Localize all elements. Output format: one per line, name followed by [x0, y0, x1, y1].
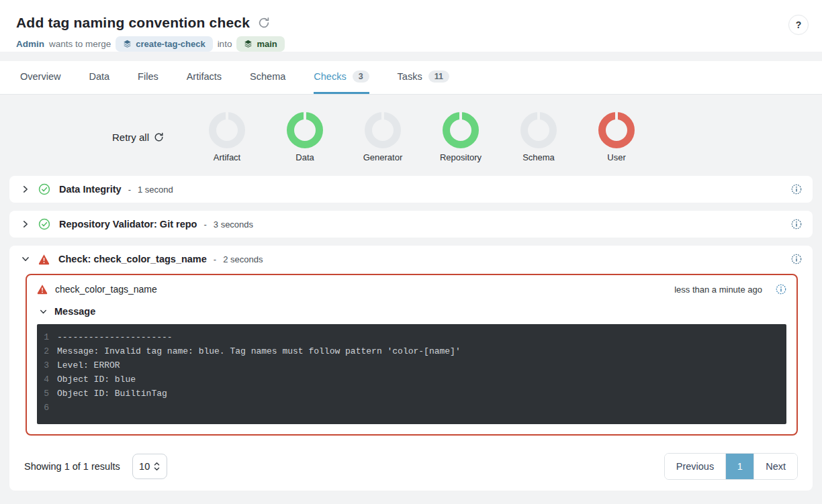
tab-count-badge: 11	[428, 70, 449, 83]
log-line: 2 Message: Invalid tag name: blue. Tag n…	[37, 344, 786, 358]
gauge-user[interactable]: User	[578, 112, 655, 162]
refresh-icon[interactable]	[258, 17, 270, 29]
check-duration: 1 second	[138, 185, 173, 195]
merge-action-text: wants to merge	[49, 39, 111, 49]
page-header: Add tag naming convention check ? Admin …	[0, 0, 822, 52]
tab-schema[interactable]: Schema	[250, 61, 285, 94]
info-icon[interactable]	[791, 184, 802, 195]
tab-artifacts[interactable]: Artifacts	[187, 61, 222, 94]
gauge-label: Repository	[440, 152, 482, 162]
line-number: 1	[37, 330, 57, 344]
check-duration: 2 seconds	[223, 254, 263, 264]
line-number: 3	[37, 358, 57, 372]
line-text: Message: Invalid tag name: blue. Tag nam…	[57, 344, 461, 358]
target-branch-badge[interactable]: main	[236, 36, 284, 52]
gauge-repository[interactable]: Repository	[422, 112, 500, 162]
failed-check-timestamp: less than a minute ago	[674, 285, 762, 295]
tab-label: Files	[138, 71, 158, 82]
page-size-select[interactable]: 10	[132, 454, 167, 479]
tab-label: Tasks	[398, 71, 422, 82]
gauge-label: User	[607, 152, 625, 162]
tab-label: Overview	[20, 71, 60, 82]
retry-refresh-icon	[154, 132, 164, 142]
tab-files[interactable]: Files	[138, 61, 158, 94]
check-duration: 3 seconds	[214, 219, 253, 230]
gauge-label: Data	[295, 152, 314, 162]
status-donut-icon	[287, 112, 323, 148]
merge-summary: Admin wants to merge create-tag-check in…	[16, 36, 806, 52]
check-name: Check: check_color_tags_name	[58, 254, 207, 264]
chevron-right-icon	[21, 185, 30, 193]
chevron-down-icon	[40, 308, 47, 315]
tab-label: Artifacts	[187, 71, 222, 82]
check-name: Data Integrity	[59, 184, 122, 195]
status-donut-icon	[365, 112, 401, 148]
check-row[interactable]: Check: check_color_tags_name - 2 seconds	[9, 246, 813, 272]
status-donut-icon	[598, 112, 635, 148]
log-line: 6	[37, 401, 786, 415]
source-branch-name: create-tag-check	[136, 39, 205, 49]
title-row: Add tag naming convention check ?	[16, 15, 806, 31]
status-donut-icon	[209, 112, 245, 148]
info-icon[interactable]	[791, 219, 802, 230]
gauge-generator[interactable]: Generator	[344, 112, 422, 162]
gauge-artifact[interactable]: Artifact	[188, 112, 266, 162]
page-title: Add tag naming convention check	[16, 15, 250, 31]
source-branch-badge[interactable]: create-tag-check	[116, 36, 212, 52]
tab-bar: Overview Data Files Artifacts Schema Che…	[0, 61, 822, 95]
log-line: 1 ----------------------	[37, 330, 786, 344]
line-text: ----------------------	[57, 330, 173, 344]
chevron-down-icon	[21, 255, 30, 263]
author-link[interactable]: Admin	[16, 39, 44, 49]
tab-data[interactable]: Data	[89, 61, 109, 94]
message-toggle[interactable]: Message	[40, 306, 786, 317]
separator: -	[214, 254, 216, 264]
check-card-color-tags: Check: check_color_tags_name - 2 seconds	[9, 246, 813, 491]
gauge-schema[interactable]: Schema	[500, 112, 578, 162]
next-page-button[interactable]: Next	[753, 454, 797, 479]
log-line: 3 Level: ERROR	[37, 358, 786, 372]
alert-header: check_color_tags_name less than a minute…	[37, 284, 786, 295]
results-count-text: Showing 1 of 1 results	[24, 461, 120, 472]
target-branch-name: main	[257, 39, 277, 49]
help-button[interactable]: ?	[788, 15, 809, 35]
retry-all-label: Retry all	[112, 132, 149, 143]
gauge-data[interactable]: Data	[266, 112, 344, 162]
check-row[interactable]: Data Integrity - 1 second	[9, 176, 813, 203]
tab-overview[interactable]: Overview	[20, 61, 60, 94]
info-icon[interactable]	[776, 284, 786, 295]
failed-check-alert: check_color_tags_name less than a minute…	[26, 274, 798, 436]
current-page-button[interactable]: 1	[725, 454, 753, 479]
stepper-chevrons-icon	[154, 462, 160, 471]
previous-page-button[interactable]: Previous	[665, 454, 725, 479]
line-number: 4	[37, 372, 57, 387]
retry-all-button[interactable]: Retry all	[112, 132, 164, 143]
separator: -	[128, 185, 131, 195]
log-line: 4 Object ID: blue	[37, 372, 786, 387]
line-text: Object ID: BuiltinTag	[57, 387, 167, 401]
line-number: 6	[37, 401, 57, 415]
tab-checks[interactable]: Checks 3	[314, 61, 369, 94]
line-number: 5	[37, 387, 57, 401]
check-passed-icon	[38, 218, 50, 230]
tab-count-badge: 3	[353, 70, 369, 83]
tab-label: Schema	[250, 71, 285, 82]
check-passed-icon	[38, 183, 50, 195]
check-card-repository-validator: Repository Validator: Git repo - 3 secon…	[9, 211, 813, 238]
gauge-label: Artifact	[214, 152, 240, 162]
chevron-right-icon	[21, 220, 30, 228]
branch-layers-icon	[244, 40, 253, 48]
check-failed-icon	[38, 254, 50, 265]
message-section-label: Message	[54, 306, 95, 317]
log-output[interactable]: 1 ---------------------- 2 Message: Inva…	[37, 324, 786, 424]
page-size-value: 10	[139, 461, 150, 472]
status-overview-row: Retry all Artifact Data G	[0, 112, 822, 162]
info-icon[interactable]	[791, 254, 802, 264]
status-donut-icon	[520, 112, 557, 148]
check-row[interactable]: Repository Validator: Git repo - 3 secon…	[9, 211, 813, 238]
log-line: 5 Object ID: BuiltinTag	[37, 387, 786, 401]
status-donut-icon	[443, 112, 479, 148]
tab-tasks[interactable]: Tasks 11	[398, 61, 449, 94]
checks-section: Retry all Artifact Data G	[0, 95, 822, 504]
results-footer: Showing 1 of 1 results 10 Previous 1 Nex…	[9, 448, 813, 491]
